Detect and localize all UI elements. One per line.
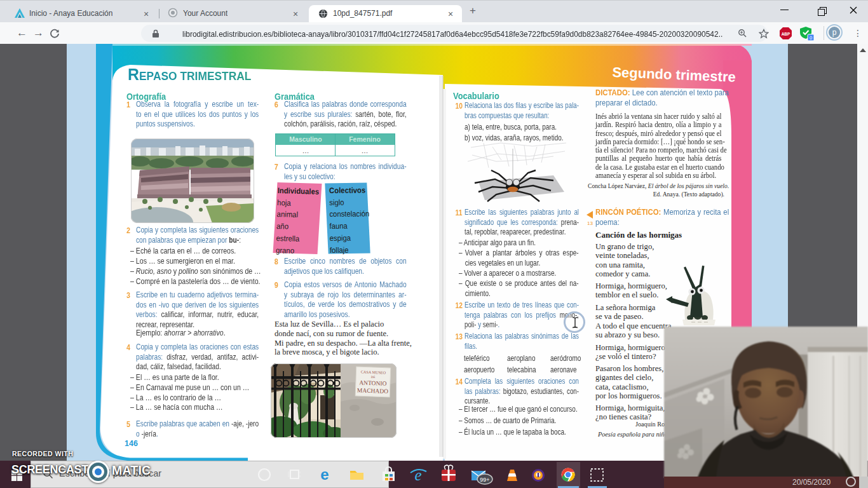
svg-text:DE: DE [371, 376, 376, 379]
svg-text:e: e [320, 466, 329, 483]
svg-text:ABP: ABP [782, 32, 790, 36]
svg-text:ANTONIO: ANTONIO [359, 379, 387, 387]
svg-text:0: 0 [810, 35, 812, 41]
svg-text:MACHADO: MACHADO [357, 387, 389, 395]
svg-text:CASA MUSEO: CASA MUSEO [361, 369, 386, 374]
svg-text:99+: 99+ [480, 477, 489, 483]
